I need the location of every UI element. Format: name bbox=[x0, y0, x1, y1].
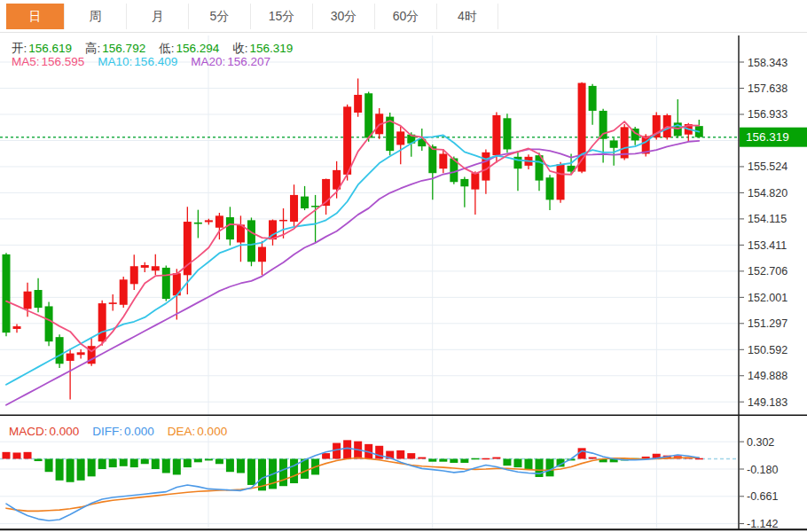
ma-item: MA10:156.409 bbox=[98, 55, 177, 68]
price-tick-label: 158.343 bbox=[748, 57, 787, 69]
ma-label: MA10: bbox=[98, 55, 132, 68]
ohlc-value: 156.319 bbox=[250, 42, 294, 55]
macd-item: DEA:0.000 bbox=[168, 425, 227, 438]
tab-60min[interactable]: 60分 bbox=[374, 4, 436, 29]
ma-value: 156.207 bbox=[227, 55, 270, 68]
macd-value: 0.000 bbox=[124, 425, 154, 438]
price-tick-label: 152.001 bbox=[748, 292, 787, 304]
ma5-line bbox=[6, 121, 699, 351]
tab-4hour[interactable]: 4时 bbox=[436, 4, 498, 29]
ohlc-value: 156.619 bbox=[28, 42, 72, 55]
tab-week[interactable]: 周 bbox=[64, 4, 126, 29]
macd-value: 0.000 bbox=[50, 425, 80, 438]
current-price-pill: 156.319 bbox=[740, 128, 807, 147]
macd-label: MACD: bbox=[9, 425, 48, 438]
tab-month[interactable]: 月 bbox=[126, 4, 188, 29]
macd-legend: MACD:0.000DIFF:0.000DEA:0.000 bbox=[9, 425, 240, 438]
price-tick-label: 154.115 bbox=[748, 213, 787, 225]
price-tick-label: 155.524 bbox=[748, 160, 787, 173]
ma-value: 156.409 bbox=[134, 55, 177, 68]
price-tick-label: 150.592 bbox=[748, 344, 787, 356]
ma-item: MA5:156.595 bbox=[12, 55, 84, 68]
macd-tick-label: -0.180 bbox=[747, 464, 778, 476]
price-tick-label: 152.706 bbox=[748, 265, 787, 278]
ma-label: MA20: bbox=[191, 55, 225, 68]
ohlc-value: 156.294 bbox=[176, 42, 219, 55]
tab-day[interactable]: 日 bbox=[6, 4, 64, 29]
macd-label: DIFF: bbox=[92, 425, 122, 438]
interval-tabbar: 日周月5分15分30分60分4时 bbox=[0, 0, 807, 33]
price-tick-label: 153.411 bbox=[748, 239, 787, 252]
ma-label: MA5: bbox=[12, 55, 40, 68]
tab-5min[interactable]: 5分 bbox=[188, 4, 250, 29]
price-tick-label: 156.933 bbox=[748, 108, 787, 121]
macd-tick-label: 0.302 bbox=[747, 436, 774, 449]
macd-item: MACD:0.000 bbox=[9, 425, 79, 438]
macd-label: DEA: bbox=[168, 425, 196, 438]
ma20-line bbox=[6, 141, 699, 405]
price-axis-labels: 158.343157.638156.933155.524154.820154.1… bbox=[739, 57, 787, 409]
price-tick-label: 157.638 bbox=[748, 82, 787, 95]
price-tick-label: 151.297 bbox=[748, 317, 787, 330]
candlestick-chart: 158.343157.638156.933155.524154.820154.1… bbox=[0, 0, 807, 532]
macd-item: DIFF:0.000 bbox=[92, 425, 154, 438]
ohlc-value: 156.792 bbox=[102, 42, 145, 55]
price-tick-label: 149.183 bbox=[748, 396, 787, 409]
kline-chart-app: 日周月5分15分30分60分4时 158.343157.638156.93315… bbox=[0, 0, 807, 532]
ma-item: MA20:156.207 bbox=[191, 55, 270, 68]
macd-tick-label: -0.661 bbox=[747, 490, 778, 503]
current-price-label: 156.319 bbox=[746, 130, 789, 144]
price-tick-label: 154.820 bbox=[748, 187, 787, 200]
macd-tick-label: -1.142 bbox=[747, 518, 778, 530]
ma-value: 156.595 bbox=[42, 55, 85, 68]
macd-axis-labels: 0.302-0.180-0.661-1.142 bbox=[739, 436, 778, 530]
ma-legend: MA5:156.595MA10:156.409MA20:156.207 bbox=[12, 55, 284, 68]
tab-30min[interactable]: 30分 bbox=[312, 4, 374, 29]
macd-histogram bbox=[3, 440, 703, 490]
macd-value: 0.000 bbox=[197, 425, 227, 438]
price-tick-label: 149.888 bbox=[748, 370, 787, 382]
tab-15min[interactable]: 15分 bbox=[250, 4, 312, 29]
